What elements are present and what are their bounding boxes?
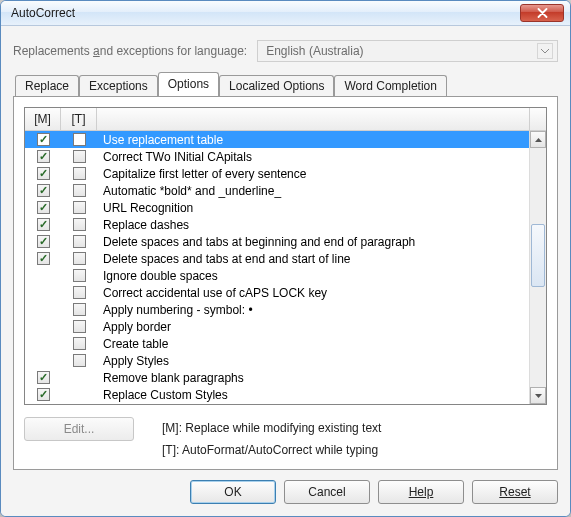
- scroll-track[interactable]: [530, 148, 546, 387]
- language-select-value: English (Australia): [266, 44, 363, 58]
- checkbox-t[interactable]: [73, 218, 86, 231]
- option-row[interactable]: Correct TWo INitial CApitals: [25, 148, 529, 165]
- options-rows: Use replacement tableCorrect TWo INitial…: [25, 131, 529, 404]
- option-label: Apply Styles: [97, 354, 529, 368]
- checkbox-t[interactable]: [73, 303, 86, 316]
- close-button[interactable]: [520, 4, 564, 22]
- option-row[interactable]: Ignore double spaces: [25, 267, 529, 284]
- tab-replace[interactable]: Replace: [15, 75, 79, 97]
- help-button[interactable]: Help: [378, 480, 464, 504]
- option-row[interactable]: Use replacement table: [25, 131, 529, 148]
- option-label: Correct accidental use of cAPS LOCK key: [97, 286, 529, 300]
- option-row[interactable]: Replace bullets with: •: [25, 403, 529, 404]
- option-label: Create table: [97, 337, 529, 351]
- option-label: Delete spaces and tabs at end and start …: [97, 252, 529, 266]
- option-label: Apply numbering - symbol: •: [97, 303, 529, 317]
- option-label: Correct TWo INitial CApitals: [97, 150, 529, 164]
- checkbox-m[interactable]: [37, 150, 50, 163]
- checkbox-m[interactable]: [37, 133, 50, 146]
- cell-m: [25, 252, 61, 265]
- edit-button[interactable]: Edit...: [24, 417, 134, 441]
- checkbox-t[interactable]: [73, 167, 86, 180]
- checkbox-t[interactable]: [73, 286, 86, 299]
- option-row[interactable]: Apply numbering - symbol: •: [25, 301, 529, 318]
- option-row[interactable]: Delete spaces and tabs at end and start …: [25, 250, 529, 267]
- titlebar[interactable]: AutoCorrect: [1, 1, 570, 26]
- column-header-label: [97, 108, 529, 130]
- checkbox-t[interactable]: [73, 235, 86, 248]
- checkbox-m[interactable]: [37, 167, 50, 180]
- checkbox-t[interactable]: [73, 133, 86, 146]
- checkbox-t[interactable]: [73, 184, 86, 197]
- cell-m: [25, 150, 61, 163]
- cell-m: [25, 371, 61, 384]
- checkbox-m[interactable]: [37, 235, 50, 248]
- option-row[interactable]: Apply border: [25, 318, 529, 335]
- column-header-m[interactable]: [M]: [25, 108, 61, 130]
- cell-m: [25, 235, 61, 248]
- scroll-down-button[interactable]: [530, 387, 546, 404]
- checkbox-m[interactable]: [37, 388, 50, 401]
- cell-t: [61, 218, 97, 231]
- checkbox-t[interactable]: [73, 252, 86, 265]
- tab-exceptions[interactable]: Exceptions: [79, 75, 158, 97]
- chevron-down-icon: [537, 43, 553, 59]
- chevron-up-icon: [535, 138, 542, 142]
- cell-t: [61, 133, 97, 146]
- legend-m: [M]: Replace while modifying existing te…: [162, 417, 547, 439]
- checkbox-m[interactable]: [37, 184, 50, 197]
- option-label: Use replacement table: [97, 133, 529, 147]
- client-area: Replacements and exceptions for language…: [1, 26, 570, 516]
- cell-t: [61, 303, 97, 316]
- option-row[interactable]: Automatic *bold* and _underline_: [25, 182, 529, 199]
- option-row[interactable]: Correct accidental use of cAPS LOCK key: [25, 284, 529, 301]
- checkbox-t[interactable]: [73, 150, 86, 163]
- cell-t: [61, 150, 97, 163]
- checkbox-t[interactable]: [73, 201, 86, 214]
- tab-localized-options[interactable]: Localized Options: [219, 75, 334, 97]
- checkbox-t[interactable]: [73, 354, 86, 367]
- checkbox-m[interactable]: [37, 201, 50, 214]
- scroll-thumb[interactable]: [531, 224, 545, 286]
- checkbox-t[interactable]: [73, 337, 86, 350]
- option-label: Ignore double spaces: [97, 269, 529, 283]
- option-row[interactable]: Replace Custom Styles: [25, 386, 529, 403]
- checkbox-m[interactable]: [37, 218, 50, 231]
- language-label: Replacements and exceptions for language…: [13, 44, 247, 58]
- cell-t: [61, 167, 97, 180]
- vertical-scrollbar[interactable]: [529, 131, 546, 404]
- cell-t: [61, 286, 97, 299]
- column-header-t[interactable]: [T]: [61, 108, 97, 130]
- option-row[interactable]: Apply Styles: [25, 352, 529, 369]
- option-label: URL Recognition: [97, 201, 529, 215]
- language-select[interactable]: English (Australia): [257, 40, 558, 62]
- options-grid: [M] [T] Use replacement tableCorrect TWo…: [24, 107, 547, 405]
- option-row[interactable]: Remove blank paragraphs: [25, 369, 529, 386]
- option-label: Replace dashes: [97, 218, 529, 232]
- option-row[interactable]: Delete spaces and tabs at beginning and …: [25, 233, 529, 250]
- option-row[interactable]: URL Recognition: [25, 199, 529, 216]
- checkbox-t[interactable]: [73, 269, 86, 282]
- option-row[interactable]: Capitalize first letter of every sentenc…: [25, 165, 529, 182]
- tab-word-completion[interactable]: Word Completion: [334, 75, 446, 97]
- checkbox-m[interactable]: [37, 371, 50, 384]
- cell-m: [25, 184, 61, 197]
- cell-m: [25, 388, 61, 401]
- legend: [M]: Replace while modifying existing te…: [162, 417, 547, 461]
- cell-t: [61, 354, 97, 367]
- ok-button[interactable]: OK: [190, 480, 276, 504]
- scroll-up-button[interactable]: [530, 131, 546, 148]
- checkbox-m[interactable]: [37, 252, 50, 265]
- options-grid-body: Use replacement tableCorrect TWo INitial…: [25, 131, 546, 404]
- close-icon: [537, 8, 548, 18]
- checkbox-t[interactable]: [73, 320, 86, 333]
- option-row[interactable]: Create table: [25, 335, 529, 352]
- option-label: Automatic *bold* and _underline_: [97, 184, 529, 198]
- option-label: Remove blank paragraphs: [97, 371, 529, 385]
- cancel-button[interactable]: Cancel: [284, 480, 370, 504]
- tab-options[interactable]: Options: [158, 72, 219, 96]
- reset-button[interactable]: Reset: [472, 480, 558, 504]
- option-row[interactable]: Replace dashes: [25, 216, 529, 233]
- cell-t: [61, 320, 97, 333]
- cell-t: [61, 201, 97, 214]
